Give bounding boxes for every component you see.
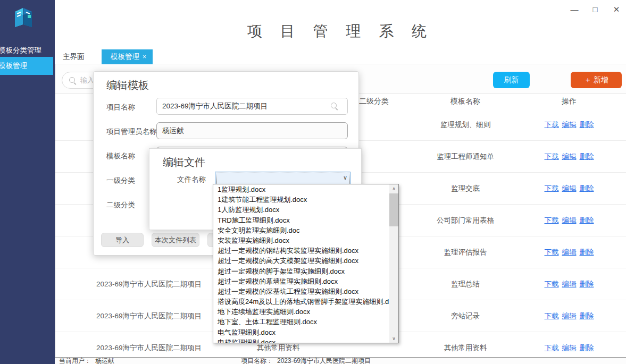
delete-link[interactable]: 删除: [580, 120, 594, 130]
edit-link[interactable]: 编辑: [562, 152, 577, 162]
cell-project: 2023-69海宁市人民医院二期项目: [85, 300, 213, 332]
status-project-label: 项目名称：: [241, 358, 273, 364]
download-link[interactable]: 下载: [545, 248, 559, 257]
cell-template-name: 旁站记录: [420, 300, 511, 332]
scroll-up-icon[interactable]: ∧: [389, 184, 398, 193]
file-option[interactable]: 超过一定规模的高大支模架监理实施细则.docx: [213, 256, 389, 266]
delete-link[interactable]: 删除: [580, 152, 594, 162]
sidebar-item-template-manage[interactable]: 模板管理: [0, 57, 53, 75]
status-user-value: 杨运献: [95, 358, 114, 364]
project-name-input[interactable]: [156, 98, 348, 115]
edit-link[interactable]: 编辑: [562, 343, 577, 353]
edit-link[interactable]: 编辑: [562, 280, 577, 289]
edit-link[interactable]: 编辑: [562, 216, 577, 225]
header-actions: 操作: [524, 94, 614, 109]
field-label-project-manager: 项目管理员名称: [106, 127, 157, 137]
delete-link[interactable]: 删除: [580, 343, 594, 353]
edit-link[interactable]: 编辑: [562, 311, 577, 321]
tab-template-manage[interactable]: 模板管理 ×: [102, 49, 153, 64]
cell-template-name: 监理评估报告: [420, 236, 511, 268]
download-link[interactable]: 下载: [545, 280, 559, 289]
file-option[interactable]: 地下连续墙监理实施细则.docx: [213, 307, 389, 317]
download-link[interactable]: 下载: [545, 120, 559, 130]
import-button[interactable]: 导入: [101, 233, 144, 247]
tab-close-icon[interactable]: ×: [143, 49, 146, 64]
file-option[interactable]: 1建筑节能工程监理规划.docx: [213, 194, 389, 205]
refresh-button[interactable]: 刷新: [493, 72, 530, 88]
file-option[interactable]: 超过一定规模的深基坑工程监理实施细则.docx: [213, 286, 389, 297]
delete-link[interactable]: 删除: [580, 280, 594, 289]
status-user-label: 当前用户：: [59, 358, 91, 364]
header-template-name: 模板名称: [420, 94, 511, 109]
cell-template-name: 监理规划、细则: [420, 109, 511, 140]
cell-template-name: 监理总结: [420, 268, 511, 300]
field-label-cat2: 二级分类: [106, 200, 135, 210]
file-option[interactable]: 超过一定规模的脚手架监理实施细则.docx: [213, 266, 389, 276]
app-logo-icon: [12, 5, 35, 29]
plus-icon: ＋: [584, 75, 591, 84]
file-option[interactable]: 超过一定规模的幕墙监理实施细则.docx: [213, 276, 389, 286]
content-left-border: [55, 64, 55, 364]
edit-link[interactable]: 编辑: [562, 120, 577, 130]
delete-link[interactable]: 删除: [580, 248, 594, 257]
field-label-file-name: 文件名称: [177, 175, 206, 184]
download-link[interactable]: 下载: [545, 184, 559, 193]
cell-template-name: 监理交底: [420, 173, 511, 204]
cell-project: 2023-69海宁市人民医院二期项目: [85, 268, 213, 300]
delete-link[interactable]: 删除: [580, 311, 594, 321]
cell-template-name: 公司部门常用表格: [420, 205, 511, 236]
add-label: 新增: [594, 75, 608, 84]
dialog-title: 编辑文件: [163, 155, 205, 170]
file-option[interactable]: TRD施工监理细则.docx: [213, 215, 389, 225]
status-bar: 当前用户： 杨运献 项目名称： 2023-69海宁市人民医院二期项目: [55, 357, 626, 364]
download-link[interactable]: 下载: [545, 343, 559, 353]
chevron-down-icon: ∨: [343, 174, 347, 181]
edit-link[interactable]: 编辑: [562, 248, 577, 257]
file-option[interactable]: 电气监理细则.docx: [213, 327, 389, 337]
status-project-value: 2023-69海宁市人民医院二期项目: [277, 358, 371, 364]
file-option[interactable]: 1人防监理规划.docx: [213, 205, 389, 215]
delete-link[interactable]: 删除: [580, 184, 594, 193]
minimize-button[interactable]: —: [567, 3, 582, 16]
download-link[interactable]: 下载: [545, 311, 559, 321]
file-dropdown-list: 1监理规划.docx 1建筑节能工程监理规划.docx 1人防监理规划.docx…: [213, 184, 399, 343]
file-option[interactable]: 电梯监理细则.docx: [213, 337, 389, 343]
delete-link[interactable]: 删除: [580, 216, 594, 225]
dialog-title: 编辑模板: [106, 78, 149, 92]
file-option[interactable]: 超过一定规模的钢结构安装监理实施细则.docx: [213, 246, 389, 256]
sidebar: 模板分类管理 模板管理: [0, 0, 55, 364]
page-title: 项 目 管 理 系 统: [55, 21, 626, 41]
file-option[interactable]: 安装监理实施细则.docx: [213, 235, 389, 246]
scrollbar-thumb[interactable]: [389, 193, 398, 226]
download-link[interactable]: 下载: [545, 216, 559, 225]
tab-label: 模板管理: [111, 53, 139, 61]
file-list-button[interactable]: 本次文件列表: [152, 233, 199, 247]
file-option[interactable]: 安全文明监理实施细则.doc: [213, 225, 389, 235]
download-link[interactable]: 下载: [545, 152, 559, 162]
tab-main[interactable]: 主界面: [63, 49, 85, 64]
field-label-cat1: 一级分类: [106, 176, 135, 185]
close-button[interactable]: ✕: [609, 3, 624, 16]
maximize-button[interactable]: □: [588, 3, 603, 16]
scrollbar[interactable]: ∧ ∨: [389, 184, 398, 343]
tab-bar: 主界面 模板管理 ×: [55, 49, 626, 64]
field-label-template-name: 模板名称: [106, 151, 135, 161]
file-option[interactable]: 地下室、主体工程监理细则.docx: [213, 317, 389, 327]
edit-link[interactable]: 编辑: [562, 184, 577, 193]
project-manager-input[interactable]: [156, 122, 348, 139]
search-icon: [69, 77, 75, 83]
search-icon[interactable]: [331, 103, 337, 108]
scroll-down-icon[interactable]: ∨: [389, 334, 398, 343]
add-button[interactable]: ＋ 新增: [571, 72, 622, 88]
file-option[interactable]: 搭设高度24m及以上的落地式钢管脚手架监理实施细则.docx: [213, 297, 389, 307]
cell-template-name: 监理工程师通知单: [420, 141, 511, 172]
file-option[interactable]: 1监理规划.docx: [213, 184, 389, 194]
field-label-project-name: 项目名称: [106, 103, 135, 112]
